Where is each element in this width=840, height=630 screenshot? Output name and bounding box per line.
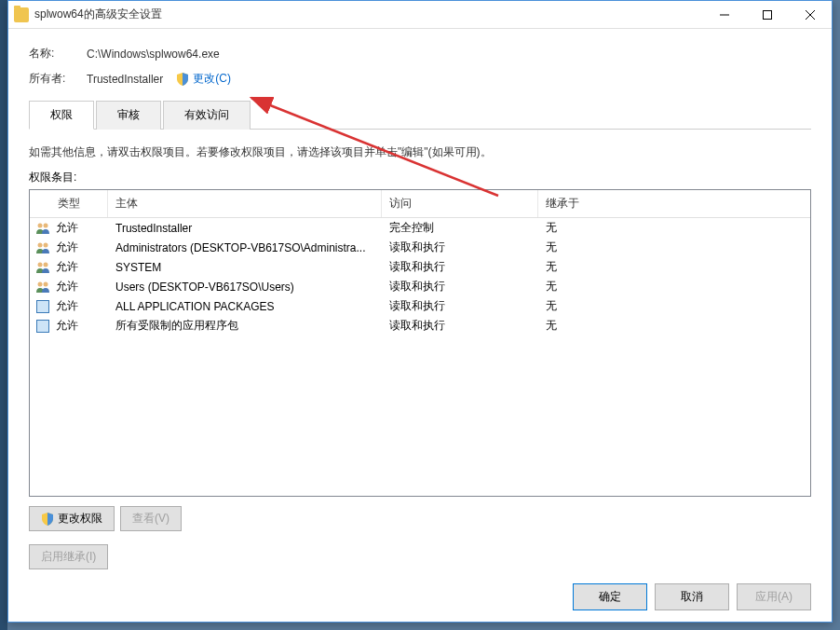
tab-audit[interactable]: 审核: [96, 101, 161, 130]
window-title: splwow64的高级安全设置: [34, 7, 703, 22]
list-row[interactable]: 允许Users (DESKTOP-VB617SO\Users)读取和执行无: [30, 277, 810, 296]
list-header: 类型 主体 访问 继承于: [30, 190, 810, 218]
name-label: 名称:: [29, 46, 87, 62]
content-area: 名称: C:\Windows\splwow64.exe 所有者: Trusted…: [8, 29, 832, 579]
minimize-button[interactable]: [703, 1, 746, 28]
list-row[interactable]: 允许所有受限制的应用程序包读取和执行无: [30, 316, 810, 336]
row-access: 读取和执行: [382, 298, 538, 314]
tab-effective[interactable]: 有效访问: [163, 101, 251, 130]
name-field: 名称: C:\Windows\splwow64.exe: [29, 46, 811, 62]
row-type: 允许: [52, 220, 108, 236]
folder-icon: [14, 7, 29, 22]
name-value: C:\Windows\splwow64.exe: [87, 48, 220, 61]
cancel-button[interactable]: 取消: [655, 583, 729, 610]
instruction-text: 如需其他信息，请双击权限项目。若要修改权限项目，请选择该项目并单击"编辑"(如果…: [29, 144, 811, 160]
section-label: 权限条目:: [29, 170, 811, 185]
change-link-text: 更改(C): [193, 71, 231, 87]
tab-permissions[interactable]: 权限: [29, 101, 94, 130]
people-icon: [30, 241, 52, 254]
desktop-background: [0, 0, 7, 630]
ok-button[interactable]: 确定: [573, 583, 647, 610]
row-access: 读取和执行: [382, 240, 538, 255]
list-row[interactable]: 允许ALL APPLICATION PACKAGES读取和执行无: [30, 296, 810, 316]
col-access[interactable]: 访问: [382, 190, 538, 217]
svg-point-7: [44, 242, 48, 247]
svg-point-11: [44, 281, 48, 286]
row-principal: Administrators (DESKTOP-VB617SO\Administ…: [108, 241, 382, 254]
list-body: 允许TrustedInstaller完全控制无允许Administrators …: [30, 218, 810, 336]
row-principal: 所有受限制的应用程序包: [108, 318, 382, 334]
svg-point-9: [44, 262, 48, 267]
list-row[interactable]: 允许Administrators (DESKTOP-VB617SO\Admini…: [30, 238, 810, 257]
svg-point-5: [44, 223, 48, 227]
maximize-button[interactable]: [746, 1, 789, 28]
shield-icon: [41, 513, 54, 526]
list-row[interactable]: 允许TrustedInstaller完全控制无: [30, 218, 810, 238]
col-principal[interactable]: 主体: [108, 190, 382, 217]
row-principal: ALL APPLICATION PACKAGES: [108, 300, 382, 313]
inherit-buttons: 启用继承(I): [29, 544, 811, 569]
tab-bar: 权限 审核 有效访问: [29, 100, 811, 130]
owner-label: 所有者:: [29, 71, 87, 87]
action-buttons: 更改权限 查看(V): [29, 506, 811, 531]
svg-point-8: [38, 262, 43, 267]
row-access: 读取和执行: [382, 259, 538, 275]
row-principal: Users (DESKTOP-VB617SO\Users): [108, 281, 382, 294]
change-owner-link[interactable]: 更改(C): [176, 71, 231, 87]
row-principal: SYSTEM: [108, 261, 382, 274]
row-type: 允许: [52, 298, 108, 314]
package-icon: [30, 300, 52, 313]
row-type: 允许: [52, 318, 108, 334]
row-access: 读取和执行: [382, 279, 538, 294]
col-inherit[interactable]: 继承于: [538, 190, 810, 217]
row-type: 允许: [52, 240, 108, 255]
row-type: 允许: [52, 279, 108, 294]
view-button: 查看(V): [120, 506, 182, 531]
row-access: 完全控制: [382, 220, 538, 236]
enable-inherit-button: 启用继承(I): [29, 544, 108, 569]
row-access: 读取和执行: [382, 318, 538, 334]
row-inherit: 无: [538, 220, 810, 236]
row-principal: TrustedInstaller: [108, 222, 382, 235]
people-icon: [30, 222, 52, 235]
row-inherit: 无: [538, 279, 810, 294]
permissions-list[interactable]: 类型 主体 访问 继承于 允许TrustedInstaller完全控制无允许Ad…: [29, 189, 811, 497]
svg-point-4: [38, 223, 43, 227]
window-controls: [703, 1, 832, 28]
svg-point-10: [38, 281, 43, 286]
dialog-footer: 确定 取消 应用(A): [573, 583, 811, 610]
row-inherit: 无: [538, 240, 810, 255]
owner-value: TrustedInstaller: [87, 73, 163, 86]
people-icon: [30, 281, 52, 294]
svg-point-6: [38, 242, 43, 247]
change-permissions-button[interactable]: 更改权限: [29, 506, 115, 531]
svg-rect-1: [764, 10, 772, 19]
list-row[interactable]: 允许SYSTEM读取和执行无: [30, 257, 810, 277]
apply-button: 应用(A): [737, 583, 811, 610]
package-icon: [30, 320, 52, 333]
people-icon: [30, 261, 52, 274]
titlebar[interactable]: splwow64的高级安全设置: [8, 1, 832, 29]
row-inherit: 无: [538, 318, 810, 334]
close-button[interactable]: [789, 1, 832, 28]
col-type[interactable]: 类型: [30, 190, 108, 217]
row-inherit: 无: [538, 298, 810, 314]
row-type: 允许: [52, 259, 108, 275]
row-inherit: 无: [538, 259, 810, 275]
change-perm-label: 更改权限: [58, 511, 102, 527]
shield-icon: [176, 73, 189, 86]
owner-field: 所有者: TrustedInstaller 更改(C): [29, 71, 811, 87]
security-settings-window: splwow64的高级安全设置 名称: C:\Windows\splwow64.…: [7, 0, 833, 623]
